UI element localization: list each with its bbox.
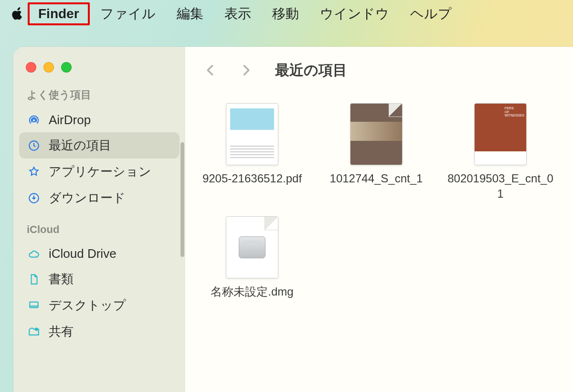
sidebar-list-favorites: AirDrop 最近の項目 アプリケーション ダウンロード (13, 106, 185, 220)
finder-window: よく使う項目 AirDrop 最近の項目 アプリケーション (13, 47, 573, 392)
sidebar-item-label: 書類 (49, 271, 74, 287)
menu-window[interactable]: ウインドウ (309, 2, 400, 26)
minimize-button[interactable] (43, 62, 54, 73)
documents-icon (27, 272, 41, 286)
window-title: 最近の項目 (275, 61, 347, 80)
sidebar: よく使う項目 AirDrop 最近の項目 アプリケーション (13, 47, 185, 392)
apple-icon (11, 7, 25, 21)
file-item[interactable]: 名称未設定.dmg (190, 216, 314, 299)
svg-point-0 (32, 118, 36, 122)
file-thumbnail (226, 216, 278, 278)
sidebar-item-label: AirDrop (49, 113, 91, 127)
recent-icon (27, 138, 41, 153)
sidebar-scrollbar[interactable] (180, 142, 184, 257)
sidebar-item-label: 最近の項目 (49, 137, 111, 154)
sidebar-item-label: デスクトップ (49, 297, 126, 314)
sidebar-section-favorites: よく使う項目 (13, 84, 185, 106)
sidebar-item-label: iCloud Drive (49, 246, 117, 261)
file-thumbnail (226, 103, 278, 165)
nav-forward-button[interactable] (235, 59, 257, 81)
maximize-button[interactable] (61, 62, 72, 73)
sidebar-list-icloud: iCloud Drive 書類 デスクトップ 共有 (13, 240, 185, 353)
file-thumbnail (474, 103, 527, 165)
sidebar-section-icloud: iCloud (13, 220, 185, 240)
menu-edit[interactable]: 編集 (166, 2, 214, 26)
close-button[interactable] (26, 62, 36, 73)
sidebar-item-recents[interactable]: 最近の項目 (19, 132, 180, 159)
file-name-label: 1012744_S_cnt_1 (327, 165, 426, 186)
file-grid: 9205-21636512.pdf 1012744_S_cnt_1 802019… (185, 94, 573, 392)
sidebar-item-icloud-drive[interactable]: iCloud Drive (19, 242, 180, 266)
file-item[interactable]: 1012744_S_cnt_1 (314, 103, 438, 202)
toolbar: 最近の項目 (185, 47, 573, 94)
desktop-icon (27, 298, 41, 313)
downloads-icon (27, 191, 41, 205)
sidebar-item-shared[interactable]: 共有 (19, 318, 180, 345)
sidebar-item-label: ダウンロード (49, 190, 126, 206)
apple-menu[interactable] (9, 7, 28, 21)
sidebar-item-label: アプリケーション (49, 163, 151, 180)
sidebar-item-applications[interactable]: アプリケーション (19, 159, 180, 185)
menu-view[interactable]: 表示 (214, 2, 262, 26)
menu-file[interactable]: ファイル (90, 2, 166, 26)
sidebar-item-downloads[interactable]: ダウンロード (19, 185, 180, 211)
svg-rect-3 (30, 302, 38, 307)
menu-go[interactable]: 移動 (262, 2, 309, 26)
apps-icon (27, 165, 41, 179)
sidebar-item-documents[interactable]: 書類 (19, 266, 180, 292)
file-thumbnail (350, 103, 403, 165)
nav-back-button[interactable] (200, 59, 222, 81)
file-item[interactable]: 9205-21636512.pdf (190, 103, 314, 202)
chevron-left-icon (204, 62, 217, 78)
shared-icon (27, 325, 41, 339)
airdrop-icon (27, 113, 41, 127)
file-name-label: 9205-21636512.pdf (200, 165, 305, 186)
file-name-label: 802019503_E_cnt_01 (443, 165, 558, 202)
file-name-label: 名称未設定.dmg (208, 278, 296, 299)
sidebar-item-airdrop[interactable]: AirDrop (19, 108, 180, 132)
menu-help[interactable]: ヘルプ (400, 2, 462, 26)
sidebar-item-desktop[interactable]: デスクトップ (19, 292, 180, 318)
main-content: 最近の項目 9205-21636512.pdf 1012744_S_cnt_1 … (185, 47, 573, 392)
menu-bar: Finder ファイル 編集 表示 移動 ウインドウ ヘルプ (0, 0, 573, 28)
icloud-icon (27, 247, 41, 261)
chevron-right-icon (239, 62, 253, 78)
window-traffic-lights (13, 53, 185, 84)
file-item[interactable]: 802019503_E_cnt_01 (438, 103, 562, 202)
sidebar-item-label: 共有 (49, 323, 74, 340)
menu-app-name[interactable]: Finder (28, 2, 90, 25)
